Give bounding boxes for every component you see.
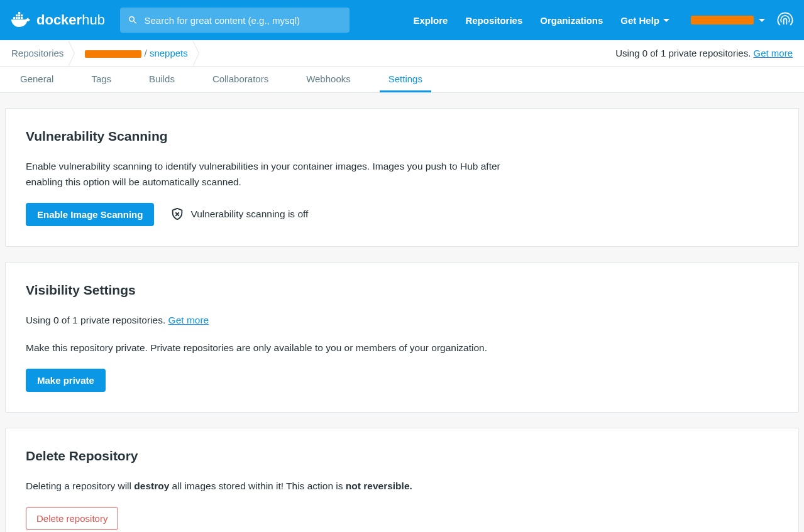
make-private-button[interactable]: Make private bbox=[26, 369, 106, 392]
get-more-link[interactable]: Get more bbox=[753, 48, 793, 58]
tab-builds[interactable]: Builds bbox=[140, 67, 184, 92]
get-more-link[interactable]: Get more bbox=[168, 315, 209, 325]
search-icon bbox=[128, 14, 138, 26]
settings-content: Vulnerability Scanning Enable vulnerabil… bbox=[0, 93, 804, 532]
vulnerability-scanning-card: Vulnerability Scanning Enable vulnerabil… bbox=[5, 108, 799, 247]
docker-logo[interactable]: dockerhub bbox=[10, 12, 105, 28]
chevron-down-icon bbox=[759, 19, 765, 22]
repo-tabs: General Tags Builds Collaborators Webhoo… bbox=[0, 67, 804, 93]
delete-repository-card: Delete Repository Deleting a repository … bbox=[5, 428, 799, 532]
svg-rect-5 bbox=[18, 14, 20, 16]
shield-off-icon bbox=[170, 207, 184, 221]
user-menu[interactable] bbox=[691, 11, 794, 29]
tab-general[interactable]: General bbox=[11, 67, 62, 92]
private-repo-usage: Using 0 of 1 private repositories. Get m… bbox=[615, 48, 793, 58]
nav-get-help[interactable]: Get Help bbox=[620, 15, 669, 26]
search-input[interactable] bbox=[144, 15, 341, 26]
owner-redacted bbox=[85, 50, 141, 58]
svg-rect-1 bbox=[16, 17, 18, 19]
enable-scanning-button[interactable]: Enable Image Scanning bbox=[26, 203, 154, 226]
breadcrumb-bar: Repositories / sneppets Using 0 of 1 pri… bbox=[0, 40, 804, 67]
username-redacted bbox=[691, 16, 754, 24]
tab-collaborators[interactable]: Collaborators bbox=[204, 67, 277, 92]
svg-rect-6 bbox=[21, 14, 23, 16]
visibility-usage: Using 0 of 1 private repositories. Get m… bbox=[26, 313, 529, 328]
breadcrumb-root[interactable]: Repositories bbox=[11, 48, 79, 58]
scanning-status: Vulnerability scanning is off bbox=[170, 207, 308, 221]
delete-repository-button[interactable]: Delete repository bbox=[26, 507, 118, 530]
card-description: Make this repository private. Private re… bbox=[26, 340, 529, 356]
card-description: Enable vulnerability scanning to identif… bbox=[26, 159, 529, 190]
nav-organizations[interactable]: Organizations bbox=[540, 15, 603, 26]
card-description: Deleting a repository will destroy all i… bbox=[26, 479, 529, 494]
card-title: Visibility Settings bbox=[26, 283, 778, 298]
card-title: Vulnerability Scanning bbox=[26, 129, 778, 144]
svg-rect-2 bbox=[18, 17, 20, 19]
nav-repositories[interactable]: Repositories bbox=[465, 15, 522, 26]
svg-rect-0 bbox=[13, 17, 15, 19]
svg-rect-3 bbox=[21, 17, 23, 19]
whale-icon bbox=[10, 12, 31, 28]
tab-settings[interactable]: Settings bbox=[380, 67, 431, 92]
breadcrumb-repo: sneppets bbox=[150, 48, 188, 58]
breadcrumb-owner[interactable]: / sneppets bbox=[79, 48, 202, 58]
svg-rect-7 bbox=[18, 12, 20, 14]
search-box[interactable] bbox=[120, 8, 350, 33]
tab-tags[interactable]: Tags bbox=[82, 67, 120, 92]
visibility-settings-card: Visibility Settings Using 0 of 1 private… bbox=[5, 262, 799, 413]
card-title: Delete Repository bbox=[26, 448, 778, 464]
tab-webhooks[interactable]: Webhooks bbox=[297, 67, 360, 92]
nav-explore[interactable]: Explore bbox=[413, 15, 448, 26]
chevron-down-icon bbox=[663, 19, 669, 22]
svg-rect-4 bbox=[16, 14, 18, 16]
fingerprint-icon[interactable] bbox=[776, 11, 794, 29]
top-navbar: dockerhub Explore Repositories Organizat… bbox=[0, 0, 804, 40]
